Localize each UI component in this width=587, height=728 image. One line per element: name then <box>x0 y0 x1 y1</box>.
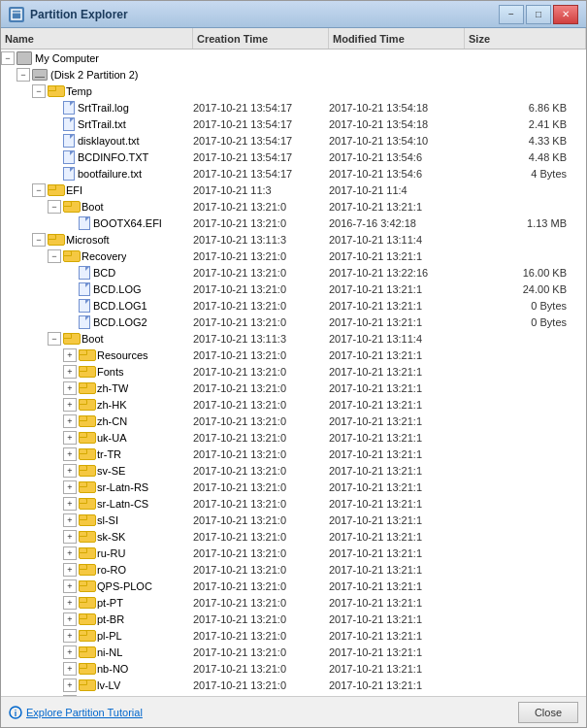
minimize-button[interactable]: − <box>499 5 524 24</box>
row-label: bootfailure.txt <box>78 168 142 180</box>
expand-button[interactable]: + <box>63 629 77 643</box>
list-item[interactable]: +QPS-PLOC2017-10-21 13:21:02017-10-21 13… <box>1 578 586 594</box>
maximize-button[interactable]: □ <box>526 5 551 24</box>
expand-button[interactable]: + <box>63 414 77 428</box>
list-item[interactable]: −Boot2017-10-21 13:11:32017-10-21 13:11:… <box>1 330 586 347</box>
list-item[interactable]: BCD2017-10-21 13:21:02017-10-21 13:22:16… <box>1 264 586 281</box>
list-item[interactable]: +sl-SI2017-10-21 13:21:02017-10-21 13:21… <box>1 512 586 528</box>
expand-button[interactable]: + <box>63 546 77 560</box>
list-item[interactable]: BOOTX64.EFI2017-10-21 13:21:02016-7-16 3… <box>1 215 586 231</box>
row-label: BOOTX64.EFI <box>93 217 162 229</box>
list-item[interactable]: BCD.LOG2017-10-21 13:21:02017-10-21 13:2… <box>1 281 586 297</box>
list-item[interactable]: BCDINFO.TXT2017-10-21 13:54:172017-10-21… <box>1 149 586 165</box>
expand-button[interactable]: + <box>63 513 77 527</box>
list-item[interactable]: +zh-TW2017-10-21 13:21:02017-10-21 13:21… <box>1 380 586 396</box>
row-label: ni-NL <box>97 646 122 658</box>
app-icon <box>9 7 24 22</box>
list-item[interactable]: +lv-LV2017-10-21 13:21:02017-10-21 13:21… <box>1 677 586 693</box>
collapse-button[interactable]: − <box>48 332 61 346</box>
list-item[interactable]: −EFI2017-10-21 11:32017-10-21 11:4 <box>1 182 586 198</box>
expand-button[interactable]: + <box>63 530 77 544</box>
expand-button[interactable]: + <box>63 662 77 676</box>
expand-button[interactable]: + <box>63 497 77 511</box>
expand-button[interactable]: + <box>63 431 77 445</box>
expand-button[interactable]: + <box>63 596 77 610</box>
list-item[interactable]: SrtTrail.txt2017-10-21 13:54:172017-10-2… <box>1 116 586 132</box>
expand-button[interactable]: + <box>63 563 77 577</box>
list-item[interactable]: −Boot2017-10-21 13:21:02017-10-21 13:21:… <box>1 198 586 215</box>
row-modified-time: 2017-10-21 13:21:1 <box>329 316 465 328</box>
row-modified-time: 2017-10-21 13:54:18 <box>329 102 465 114</box>
row-creation-time: 2017-10-21 13:21:0 <box>193 316 329 328</box>
list-item[interactable]: +zh-HK2017-10-21 13:21:02017-10-21 13:21… <box>1 396 586 413</box>
list-item[interactable]: bootfailure.txt2017-10-21 13:54:172017-1… <box>1 165 586 182</box>
list-item[interactable]: +sr-Latn-CS2017-10-21 13:21:02017-10-21 … <box>1 495 586 512</box>
collapse-button[interactable]: − <box>48 200 61 214</box>
list-item[interactable]: −My Computer <box>1 50 586 66</box>
collapse-button[interactable]: − <box>32 84 46 98</box>
list-item[interactable]: +pt-BR2017-10-21 13:21:02017-10-21 13:21… <box>1 611 586 627</box>
list-item[interactable]: −Recovery2017-10-21 13:21:02017-10-21 13… <box>1 248 586 264</box>
list-item[interactable]: +pt-PT2017-10-21 13:21:02017-10-21 13:21… <box>1 594 586 611</box>
list-item[interactable]: +sr-Latn-RS2017-10-21 13:21:02017-10-21 … <box>1 479 586 495</box>
row-modified-time: 2017-10-21 13:21:1 <box>329 481 465 493</box>
expand-button[interactable]: + <box>63 678 77 692</box>
row-label: ru-RU <box>97 547 125 559</box>
list-item[interactable]: SrtTrail.log2017-10-21 13:54:172017-10-2… <box>1 99 586 116</box>
row-label: sv-SE <box>97 465 125 477</box>
expand-button[interactable]: + <box>63 464 77 478</box>
list-item[interactable]: +ro-RO2017-10-21 13:21:02017-10-21 13:21… <box>1 561 586 578</box>
expand-button[interactable]: + <box>63 612 77 626</box>
expand-button[interactable]: + <box>63 398 77 412</box>
row-label: Boot <box>82 201 104 213</box>
collapse-button[interactable]: − <box>32 183 46 197</box>
row-label: pt-BR <box>97 613 124 625</box>
folder-icon <box>79 514 94 526</box>
titlebar: Partition Explorer − □ ✕ <box>1 1 586 28</box>
list-item[interactable]: −Temp <box>1 83 586 99</box>
file-tree[interactable]: −My Computer−(Disk 2 Partition 2)−TempSr… <box>1 50 586 696</box>
row-modified-time: 2017-10-21 13:21:1 <box>329 465 465 477</box>
collapse-button[interactable]: − <box>48 249 61 263</box>
window-close-button[interactable]: ✕ <box>553 5 578 24</box>
folder-icon <box>48 234 63 246</box>
list-item[interactable]: +pl-PL2017-10-21 13:21:02017-10-21 13:21… <box>1 627 586 644</box>
row-modified-time: 2017-10-21 13:54:10 <box>329 135 465 147</box>
list-item[interactable]: BCD.LOG12017-10-21 13:21:02017-10-21 13:… <box>1 297 586 314</box>
list-item[interactable]: +zh-CN2017-10-21 13:21:02017-10-21 13:21… <box>1 413 586 429</box>
expand-button[interactable]: + <box>63 480 77 494</box>
list-item[interactable]: +sv-SE2017-10-21 13:21:02017-10-21 13:21… <box>1 462 586 479</box>
list-item[interactable]: +Resources2017-10-21 13:21:02017-10-21 1… <box>1 347 586 363</box>
col-header-name[interactable]: Name <box>1 28 193 49</box>
list-item[interactable]: −Microsoft2017-10-21 13:11:32017-10-21 1… <box>1 231 586 248</box>
list-item[interactable]: +ru-RU2017-10-21 13:21:02017-10-21 13:21… <box>1 545 586 561</box>
row-name-cell: +zh-TW <box>1 381 193 395</box>
collapse-button[interactable]: − <box>1 51 15 65</box>
row-modified-time: 2017-10-21 13:21:1 <box>329 613 465 625</box>
expand-button[interactable]: + <box>63 579 77 593</box>
close-button[interactable]: Close <box>518 702 578 723</box>
expand-button[interactable]: + <box>63 447 77 461</box>
expand-button[interactable]: + <box>63 348 77 362</box>
collapse-button[interactable]: − <box>32 233 46 247</box>
list-item[interactable]: +sk-SK2017-10-21 13:21:02017-10-21 13:21… <box>1 528 586 545</box>
list-item[interactable]: disklayout.txt2017-10-21 13:54:172017-10… <box>1 132 586 149</box>
col-header-creation[interactable]: Creation Time <box>193 28 329 49</box>
row-label: nb-NO <box>97 663 128 675</box>
explore-tutorial-link[interactable]: i Explore Partition Tutorial <box>9 706 143 719</box>
list-item[interactable]: +Fonts2017-10-21 13:21:02017-10-21 13:21… <box>1 363 586 380</box>
row-name-cell: −My Computer <box>1 51 193 65</box>
col-header-size[interactable]: Size <box>465 28 586 49</box>
list-item[interactable]: +tr-TR2017-10-21 13:21:02017-10-21 13:21… <box>1 446 586 462</box>
list-item[interactable]: +ni-NL2017-10-21 13:21:02017-10-21 13:21… <box>1 644 586 660</box>
list-item[interactable]: −(Disk 2 Partition 2) <box>1 66 586 83</box>
expand-button[interactable]: + <box>63 365 77 379</box>
list-item[interactable]: +uk-UA2017-10-21 13:21:02017-10-21 13:21… <box>1 429 586 446</box>
list-item[interactable]: BCD.LOG22017-10-21 13:21:02017-10-21 13:… <box>1 314 586 330</box>
row-creation-time: 2017-10-21 13:21:0 <box>193 283 329 295</box>
col-header-modified[interactable]: Modified Time <box>329 28 465 49</box>
list-item[interactable]: +nb-NO2017-10-21 13:21:02017-10-21 13:21… <box>1 660 586 677</box>
expand-button[interactable]: + <box>63 381 77 395</box>
expand-button[interactable]: + <box>63 645 77 659</box>
collapse-button[interactable]: − <box>16 68 30 82</box>
